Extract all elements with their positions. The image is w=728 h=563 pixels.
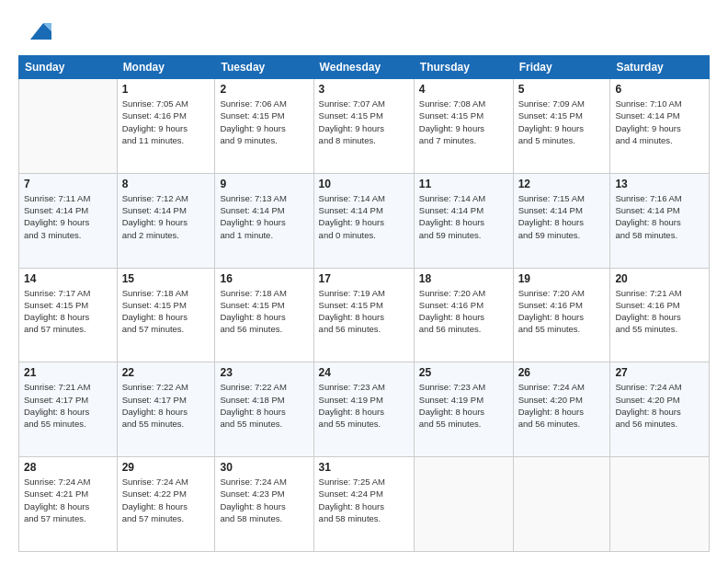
cell-details: Sunrise: 7:20 AMSunset: 4:16 PMDaylight:… (419, 287, 508, 336)
day-number: 3 (319, 83, 409, 96)
cell-details: Sunrise: 7:15 AMSunset: 4:14 PMDaylight:… (518, 192, 606, 241)
calendar-cell: 16Sunrise: 7:18 AMSunset: 4:15 PMDayligh… (215, 268, 313, 362)
calendar-cell: 26Sunrise: 7:24 AMSunset: 4:20 PMDayligh… (513, 362, 610, 457)
logo (18, 17, 51, 46)
calendar-cell: 1Sunrise: 7:05 AMSunset: 4:16 PMDaylight… (117, 79, 215, 174)
cell-details: Sunrise: 7:24 AMSunset: 4:20 PMDaylight:… (518, 381, 606, 430)
day-number: 19 (518, 272, 606, 285)
header-cell: Saturday (610, 56, 710, 79)
day-number: 30 (220, 461, 308, 474)
calendar-row: 28Sunrise: 7:24 AMSunset: 4:21 PMDayligh… (19, 457, 710, 552)
calendar-cell: 5Sunrise: 7:09 AMSunset: 4:15 PMDaylight… (513, 79, 610, 174)
cell-details: Sunrise: 7:18 AMSunset: 4:15 PMDaylight:… (122, 287, 210, 336)
day-number: 1 (122, 83, 210, 96)
calendar-cell: 13Sunrise: 7:16 AMSunset: 4:14 PMDayligh… (610, 173, 710, 268)
calendar-body: 1Sunrise: 7:05 AMSunset: 4:16 PMDaylight… (19, 79, 710, 552)
calendar-cell: 10Sunrise: 7:14 AMSunset: 4:14 PMDayligh… (313, 173, 414, 268)
day-number: 24 (319, 366, 409, 379)
calendar-cell: 30Sunrise: 7:24 AMSunset: 4:23 PMDayligh… (215, 457, 313, 552)
calendar-cell: 14Sunrise: 7:17 AMSunset: 4:15 PMDayligh… (19, 268, 118, 362)
day-number: 21 (24, 366, 112, 379)
cell-details: Sunrise: 7:24 AMSunset: 4:20 PMDaylight:… (615, 381, 704, 430)
cell-details: Sunrise: 7:07 AMSunset: 4:15 PMDaylight:… (319, 98, 409, 146)
calendar-cell: 25Sunrise: 7:23 AMSunset: 4:19 PMDayligh… (414, 362, 513, 457)
cell-details: Sunrise: 7:10 AMSunset: 4:14 PMDaylight:… (615, 98, 704, 146)
calendar-header: SundayMondayTuesdayWednesdayThursdayFrid… (19, 56, 710, 79)
cell-details: Sunrise: 7:05 AMSunset: 4:16 PMDaylight:… (122, 98, 210, 146)
day-number: 18 (419, 272, 508, 285)
header-cell: Thursday (414, 56, 513, 79)
day-number: 10 (319, 178, 409, 190)
calendar-cell: 24Sunrise: 7:23 AMSunset: 4:19 PMDayligh… (313, 362, 414, 457)
day-number: 27 (615, 366, 704, 379)
day-number: 7 (24, 178, 112, 190)
calendar-cell: 2Sunrise: 7:06 AMSunset: 4:15 PMDaylight… (215, 79, 313, 174)
calendar-cell: 15Sunrise: 7:18 AMSunset: 4:15 PMDayligh… (117, 268, 215, 362)
calendar-cell (513, 457, 610, 552)
day-number: 20 (615, 272, 704, 285)
cell-details: Sunrise: 7:14 AMSunset: 4:14 PMDaylight:… (419, 192, 508, 241)
calendar-cell: 11Sunrise: 7:14 AMSunset: 4:14 PMDayligh… (414, 173, 513, 268)
cell-details: Sunrise: 7:06 AMSunset: 4:15 PMDaylight:… (220, 98, 308, 146)
cell-details: Sunrise: 7:08 AMSunset: 4:15 PMDaylight:… (419, 98, 508, 146)
day-number: 25 (419, 366, 508, 379)
cell-details: Sunrise: 7:16 AMSunset: 4:14 PMDaylight:… (615, 192, 704, 241)
day-number: 22 (122, 366, 210, 379)
calendar-cell (414, 457, 513, 552)
header-cell: Wednesday (313, 56, 414, 79)
calendar-cell: 8Sunrise: 7:12 AMSunset: 4:14 PMDaylight… (117, 173, 215, 268)
cell-details: Sunrise: 7:19 AMSunset: 4:15 PMDaylight:… (319, 287, 409, 336)
calendar: SundayMondayTuesdayWednesdayThursdayFrid… (18, 55, 710, 552)
cell-details: Sunrise: 7:23 AMSunset: 4:19 PMDaylight:… (319, 381, 409, 430)
calendar-cell: 21Sunrise: 7:21 AMSunset: 4:17 PMDayligh… (19, 362, 118, 457)
day-number: 9 (220, 178, 308, 190)
cell-details: Sunrise: 7:24 AMSunset: 4:23 PMDaylight:… (220, 476, 308, 524)
calendar-cell: 20Sunrise: 7:21 AMSunset: 4:16 PMDayligh… (610, 268, 710, 362)
day-number: 31 (319, 461, 409, 474)
calendar-cell (19, 79, 118, 174)
day-number: 4 (419, 83, 508, 96)
page: SundayMondayTuesdayWednesdayThursdayFrid… (0, 0, 728, 563)
header-cell: Sunday (19, 56, 118, 79)
cell-details: Sunrise: 7:21 AMSunset: 4:16 PMDaylight:… (615, 287, 704, 336)
cell-details: Sunrise: 7:12 AMSunset: 4:14 PMDaylight:… (122, 192, 210, 241)
cell-details: Sunrise: 7:24 AMSunset: 4:22 PMDaylight:… (122, 476, 210, 524)
header-row: SundayMondayTuesdayWednesdayThursdayFrid… (19, 56, 710, 79)
header-cell: Tuesday (215, 56, 313, 79)
day-number: 13 (615, 178, 704, 190)
day-number: 29 (122, 461, 210, 474)
cell-details: Sunrise: 7:17 AMSunset: 4:15 PMDaylight:… (24, 287, 112, 336)
day-number: 11 (419, 178, 508, 190)
cell-details: Sunrise: 7:09 AMSunset: 4:15 PMDaylight:… (518, 98, 606, 146)
cell-details: Sunrise: 7:18 AMSunset: 4:15 PMDaylight:… (220, 287, 308, 336)
calendar-cell: 17Sunrise: 7:19 AMSunset: 4:15 PMDayligh… (313, 268, 414, 362)
calendar-cell: 18Sunrise: 7:20 AMSunset: 4:16 PMDayligh… (414, 268, 513, 362)
calendar-cell: 19Sunrise: 7:20 AMSunset: 4:16 PMDayligh… (513, 268, 610, 362)
calendar-cell: 4Sunrise: 7:08 AMSunset: 4:15 PMDaylight… (414, 79, 513, 174)
calendar-cell: 3Sunrise: 7:07 AMSunset: 4:15 PMDaylight… (313, 79, 414, 174)
calendar-row: 21Sunrise: 7:21 AMSunset: 4:17 PMDayligh… (19, 362, 710, 457)
cell-details: Sunrise: 7:20 AMSunset: 4:16 PMDaylight:… (518, 287, 606, 336)
calendar-cell: 7Sunrise: 7:11 AMSunset: 4:14 PMDaylight… (19, 173, 118, 268)
calendar-cell: 31Sunrise: 7:25 AMSunset: 4:24 PMDayligh… (313, 457, 414, 552)
calendar-row: 7Sunrise: 7:11 AMSunset: 4:14 PMDaylight… (19, 173, 710, 268)
calendar-row: 14Sunrise: 7:17 AMSunset: 4:15 PMDayligh… (19, 268, 710, 362)
day-number: 28 (24, 461, 112, 474)
cell-details: Sunrise: 7:22 AMSunset: 4:18 PMDaylight:… (220, 381, 308, 430)
top-section (18, 17, 710, 46)
day-number: 8 (122, 178, 210, 190)
day-number: 2 (220, 83, 308, 96)
calendar-row: 1Sunrise: 7:05 AMSunset: 4:16 PMDaylight… (19, 79, 710, 174)
day-number: 17 (319, 272, 409, 285)
calendar-cell: 6Sunrise: 7:10 AMSunset: 4:14 PMDaylight… (610, 79, 710, 174)
day-number: 26 (518, 366, 606, 379)
day-number: 12 (518, 178, 606, 190)
calendar-cell: 9Sunrise: 7:13 AMSunset: 4:14 PMDaylight… (215, 173, 313, 268)
cell-details: Sunrise: 7:24 AMSunset: 4:21 PMDaylight:… (24, 476, 112, 524)
day-number: 14 (24, 272, 112, 285)
header-cell: Friday (513, 56, 610, 79)
cell-details: Sunrise: 7:22 AMSunset: 4:17 PMDaylight:… (122, 381, 210, 430)
calendar-cell: 29Sunrise: 7:24 AMSunset: 4:22 PMDayligh… (117, 457, 215, 552)
calendar-cell: 23Sunrise: 7:22 AMSunset: 4:18 PMDayligh… (215, 362, 313, 457)
cell-details: Sunrise: 7:14 AMSunset: 4:14 PMDaylight:… (319, 192, 409, 241)
